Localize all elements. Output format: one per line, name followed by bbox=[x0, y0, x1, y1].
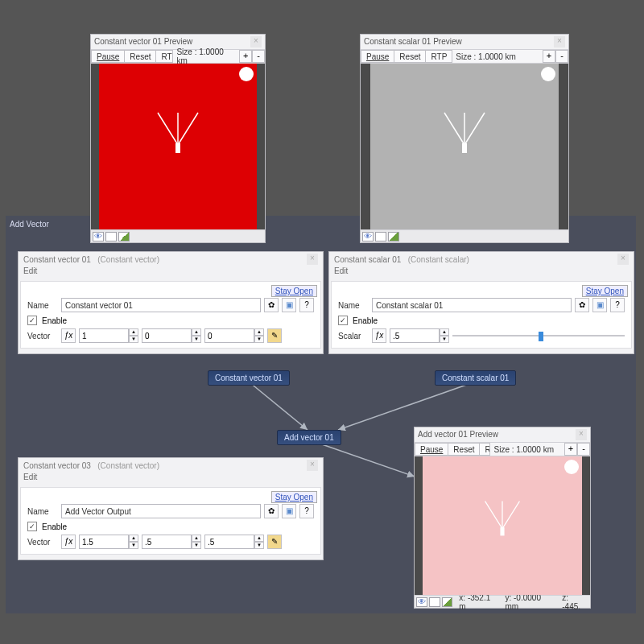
spin-down[interactable]: ▼ bbox=[254, 542, 264, 549]
property-panel-scalar01: Constant scalar 01 (Constant scalar)× Ed… bbox=[328, 251, 634, 354]
sun-icon bbox=[564, 460, 579, 474]
picker-icon[interactable]: ✎ bbox=[267, 535, 282, 549]
spin-down[interactable]: ▼ bbox=[192, 336, 201, 343]
expand-icon[interactable] bbox=[375, 232, 386, 242]
coord-x: x: -352.1 m bbox=[459, 593, 498, 611]
vy-input[interactable] bbox=[142, 328, 192, 343]
spin-up[interactable]: ▲ bbox=[440, 328, 449, 336]
name-input[interactable] bbox=[61, 504, 261, 518]
scalar-input[interactable] bbox=[390, 328, 440, 343]
zoom-in-button[interactable]: + bbox=[564, 443, 577, 456]
preview-icon[interactable]: ▣ bbox=[282, 504, 296, 518]
expand-icon[interactable] bbox=[429, 597, 440, 607]
panel-title: Constant scalar 01 bbox=[334, 255, 401, 264]
eye-icon[interactable]: 👁 bbox=[416, 597, 427, 607]
svg-rect-4 bbox=[175, 143, 180, 153]
close-icon[interactable]: × bbox=[307, 460, 318, 471]
section-label: Add Vector bbox=[10, 220, 49, 229]
vector-label: Vector bbox=[27, 332, 58, 341]
preview-icon[interactable]: ▣ bbox=[592, 298, 607, 312]
edit-label[interactable]: Edit bbox=[19, 266, 323, 279]
name-input[interactable] bbox=[61, 298, 261, 312]
play-icon[interactable] bbox=[442, 597, 453, 607]
rtp-button[interactable]: RTP bbox=[425, 50, 452, 63]
fx-icon[interactable]: ƒx bbox=[61, 535, 76, 549]
spin-up[interactable]: ▲ bbox=[129, 328, 138, 336]
help-icon[interactable]: ? bbox=[610, 298, 625, 312]
preview-panel-vector: Constant vector 01 Preview× Pause Reset … bbox=[90, 34, 266, 243]
gear-icon[interactable]: ✿ bbox=[264, 298, 279, 312]
size-label: Size : 1.0000 km bbox=[452, 52, 518, 61]
spin-down[interactable]: ▼ bbox=[254, 336, 264, 343]
stay-open-button[interactable]: Stay Open bbox=[582, 285, 628, 297]
enable-checkbox[interactable]: ✓ bbox=[27, 316, 37, 325]
close-icon[interactable]: × bbox=[617, 254, 629, 265]
spin-up[interactable]: ▲ bbox=[192, 328, 201, 336]
vz-input[interactable] bbox=[204, 535, 254, 549]
reset-button[interactable]: Reset bbox=[124, 50, 156, 63]
preview-panel-addvector: Add vector 01 Preview× Pause Reset R Siz… bbox=[414, 427, 591, 609]
preview-icon[interactable]: ▣ bbox=[282, 298, 296, 312]
node-constant-scalar[interactable]: Constant scalar 01 bbox=[435, 370, 516, 386]
name-label: Name bbox=[338, 301, 369, 310]
zoom-in-button[interactable]: + bbox=[239, 50, 252, 63]
close-icon[interactable]: × bbox=[554, 36, 565, 47]
zoom-out-button[interactable]: - bbox=[555, 50, 568, 63]
name-input[interactable] bbox=[372, 298, 572, 312]
help-icon[interactable]: ? bbox=[299, 504, 314, 518]
spin-up[interactable]: ▲ bbox=[254, 535, 264, 542]
pause-button[interactable]: Pause bbox=[415, 443, 448, 456]
edit-label[interactable]: Edit bbox=[329, 266, 634, 279]
enable-checkbox[interactable]: ✓ bbox=[338, 316, 348, 325]
enable-checkbox[interactable]: ✓ bbox=[27, 522, 37, 531]
vx-input[interactable] bbox=[79, 535, 129, 549]
gear-icon[interactable]: ✿ bbox=[264, 504, 279, 518]
zoom-out-button[interactable]: - bbox=[252, 50, 265, 63]
zoom-in-button[interactable]: + bbox=[543, 50, 555, 63]
gear-icon[interactable]: ✿ bbox=[575, 298, 589, 312]
edit-label[interactable]: Edit bbox=[19, 473, 323, 485]
vz-input[interactable] bbox=[204, 328, 254, 343]
spin-down[interactable]: ▼ bbox=[192, 542, 201, 549]
eye-icon[interactable]: 👁 bbox=[93, 232, 104, 242]
panel-type: (Constant scalar) bbox=[408, 255, 469, 264]
stay-open-button[interactable]: Stay Open bbox=[271, 491, 317, 503]
fx-icon[interactable]: ƒx bbox=[372, 328, 386, 343]
zoom-out-button[interactable]: - bbox=[577, 443, 590, 456]
close-icon[interactable]: × bbox=[250, 36, 262, 47]
play-icon[interactable] bbox=[118, 232, 130, 242]
vx-input[interactable] bbox=[79, 328, 129, 343]
close-icon[interactable]: × bbox=[307, 254, 318, 265]
preview-panel-scalar: Constant scalar 01 Preview× Pause Reset … bbox=[360, 34, 569, 243]
picker-icon[interactable]: ✎ bbox=[267, 328, 282, 343]
spin-up[interactable]: ▲ bbox=[192, 535, 201, 542]
reset-button[interactable]: Reset bbox=[394, 50, 426, 63]
node-constant-vector[interactable]: Constant vector 01 bbox=[208, 370, 290, 386]
property-panel-vector01: Constant vector 01 (Constant vector)× Ed… bbox=[18, 251, 324, 354]
size-label: Size : 1.0000 km bbox=[173, 47, 239, 65]
svg-rect-6 bbox=[462, 143, 467, 153]
svg-rect-8 bbox=[500, 528, 504, 536]
play-icon[interactable] bbox=[388, 232, 399, 242]
coord-z: z: -445. bbox=[562, 593, 588, 611]
spin-up[interactable]: ▲ bbox=[254, 328, 264, 336]
node-add-vector[interactable]: Add vector 01 bbox=[277, 430, 341, 445]
spin-up[interactable]: ▲ bbox=[129, 535, 138, 542]
eye-icon[interactable]: 👁 bbox=[362, 232, 374, 242]
spin-down[interactable]: ▼ bbox=[440, 336, 449, 343]
property-panel-vector03: Constant vector 03 (Constant vector)× Ed… bbox=[18, 457, 324, 560]
scalar-slider[interactable] bbox=[452, 332, 625, 340]
rtp-button[interactable]: R bbox=[479, 443, 490, 456]
reset-button[interactable]: Reset bbox=[448, 443, 480, 456]
rtp-button[interactable]: RTP bbox=[155, 50, 173, 63]
pause-button[interactable]: Pause bbox=[91, 50, 125, 63]
fx-icon[interactable]: ƒx bbox=[61, 328, 76, 343]
spin-down[interactable]: ▼ bbox=[129, 542, 138, 549]
pause-button[interactable]: Pause bbox=[361, 50, 394, 63]
help-icon[interactable]: ? bbox=[299, 298, 314, 312]
spin-down[interactable]: ▼ bbox=[129, 336, 138, 343]
expand-icon[interactable] bbox=[105, 232, 117, 242]
close-icon[interactable]: × bbox=[576, 429, 587, 440]
vy-input[interactable] bbox=[142, 535, 192, 549]
stay-open-button[interactable]: Stay Open bbox=[271, 285, 317, 297]
